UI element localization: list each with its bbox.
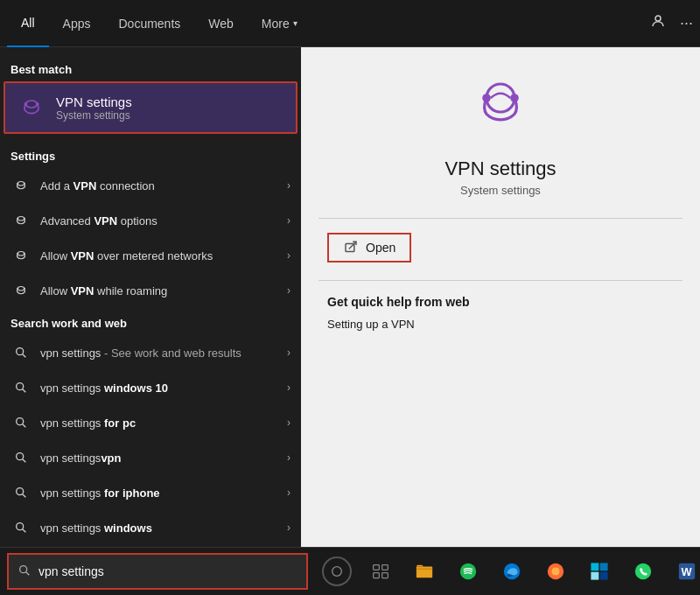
chevron-right-icon-3: ›	[287, 249, 290, 262]
open-button[interactable]: Open	[327, 233, 411, 262]
list-item-web-5[interactable]: vpn settings for iphone ›	[0, 475, 301, 510]
list-item-web-3[interactable]: vpn settings for pc ›	[0, 405, 301, 440]
chevron-right-icon: ›	[287, 179, 290, 192]
divider-2	[318, 280, 682, 281]
web-section-label: Search work and web	[0, 308, 301, 335]
svg-point-46	[551, 567, 559, 575]
svg-point-43	[460, 564, 476, 579]
best-match-subtitle: System settings	[56, 109, 132, 122]
list-item-web-1[interactable]: vpn settings - See work and web results …	[0, 335, 301, 370]
list-item-allow-vpn-metered[interactable]: Allow VPN over metered networks ›	[0, 238, 301, 273]
search-icon-1	[10, 342, 32, 363]
main-layout: Best match VPN settings System settings …	[0, 47, 700, 547]
search-icon-4	[10, 447, 32, 468]
cortana-button[interactable]	[318, 553, 355, 590]
svg-point-35	[20, 565, 27, 572]
tab-all-label: All	[21, 16, 35, 30]
svg-point-18	[17, 383, 24, 390]
list-item-web-4[interactable]: vpn settingsvpn ›	[0, 440, 301, 475]
browser-icon	[546, 562, 565, 581]
chevron-right-icon-6: ›	[287, 382, 290, 394]
spotify-icon	[458, 562, 478, 581]
search-icon-3	[10, 412, 32, 433]
svg-line-36	[26, 571, 30, 575]
chevron-right-icon-8: ›	[287, 452, 290, 464]
tab-web[interactable]: Web	[194, 0, 248, 47]
ellipsis-icon[interactable]: ···	[680, 14, 693, 32]
svg-point-0	[655, 16, 661, 21]
tab-all[interactable]: All	[7, 0, 49, 47]
chevron-down-icon: ▾	[293, 18, 298, 28]
web-item-6-text: vpn settings windows	[40, 522, 287, 535]
svg-point-14	[17, 288, 18, 290]
open-icon	[343, 240, 359, 256]
list-item-web-7[interactable]: vpn settings 02 ›	[0, 545, 301, 547]
allow-vpn-roaming-text: Allow VPN while roaming	[40, 284, 287, 298]
svg-point-51	[635, 564, 651, 579]
svg-line-17	[23, 354, 26, 358]
whatsapp-button[interactable]	[625, 553, 662, 590]
advanced-vpn-text: Advanced VPN options	[40, 214, 287, 228]
tab-documents[interactable]: Documents	[104, 0, 194, 47]
taskbar-icons: W	[318, 553, 700, 590]
tab-apps[interactable]: Apps	[49, 0, 105, 47]
quick-help-title: Get quick help from web	[327, 295, 691, 309]
svg-rect-38	[374, 565, 380, 570]
svg-point-3	[36, 102, 39, 106]
spotify-button[interactable]	[450, 553, 486, 590]
settings-section-label: Settings	[0, 141, 301, 168]
vpn-icon-4	[10, 280, 32, 301]
search-icon-6	[10, 517, 32, 538]
search-icon-2	[10, 377, 32, 398]
edge-button[interactable]	[494, 553, 530, 590]
gallery-button[interactable]	[581, 553, 618, 590]
list-item-allow-vpn-roaming[interactable]: Allow VPN while roaming ›	[0, 273, 301, 308]
svg-rect-41	[382, 573, 388, 578]
nav-right-icons: ···	[650, 13, 693, 33]
chevron-right-icon-5: ›	[287, 346, 290, 359]
list-item-web-2[interactable]: vpn settings windows 10 ›	[0, 370, 301, 405]
svg-rect-50	[600, 572, 608, 580]
task-view-icon	[372, 563, 389, 580]
svg-line-19	[23, 389, 26, 393]
svg-point-16	[17, 348, 24, 355]
web-item-2-text: vpn settings windows 10	[40, 382, 287, 395]
svg-line-27	[23, 529, 26, 533]
taskbar: W	[0, 547, 700, 595]
file-explorer-button[interactable]	[406, 553, 443, 590]
browser-button[interactable]	[537, 553, 574, 590]
best-match-item[interactable]: VPN settings System settings	[4, 81, 298, 134]
file-explorer-icon	[415, 562, 434, 581]
task-view-button[interactable]	[362, 553, 399, 590]
right-panel: VPN settings System settings Open Get qu…	[301, 47, 700, 547]
person-icon[interactable]	[650, 13, 666, 33]
chevron-right-icon-2: ›	[287, 214, 290, 227]
search-icon-5	[10, 482, 32, 503]
svg-line-21	[23, 424, 26, 428]
chevron-right-icon-7: ›	[287, 416, 290, 429]
svg-point-32	[510, 94, 519, 102]
tab-more[interactable]: More ▾	[248, 0, 312, 47]
word-button[interactable]: W	[668, 553, 700, 590]
tab-documents-label: Documents	[118, 17, 180, 31]
svg-rect-40	[374, 573, 380, 578]
search-input[interactable]	[38, 564, 298, 578]
search-icon	[18, 564, 32, 580]
list-item-web-6[interactable]: vpn settings windows ›	[0, 510, 301, 545]
svg-text:W: W	[682, 565, 693, 578]
search-box[interactable]	[7, 553, 308, 590]
quick-help-item-1[interactable]: Setting up a VPN	[327, 318, 415, 331]
list-item-advanced-vpn[interactable]: Advanced VPN options ›	[0, 203, 301, 238]
svg-point-11	[17, 253, 18, 255]
divider-1	[318, 218, 682, 219]
chevron-right-icon-10: ›	[287, 522, 290, 534]
svg-rect-49	[591, 572, 598, 580]
best-match-title: VPN settings	[56, 94, 132, 109]
svg-point-31	[482, 94, 491, 102]
add-vpn-text: Add a VPN connection	[40, 179, 287, 192]
list-item-add-vpn[interactable]: Add a VPN connection ›	[0, 168, 301, 203]
svg-point-22	[17, 453, 24, 460]
svg-point-5	[17, 183, 18, 185]
gallery-icon	[590, 562, 609, 581]
svg-point-8	[17, 218, 18, 220]
